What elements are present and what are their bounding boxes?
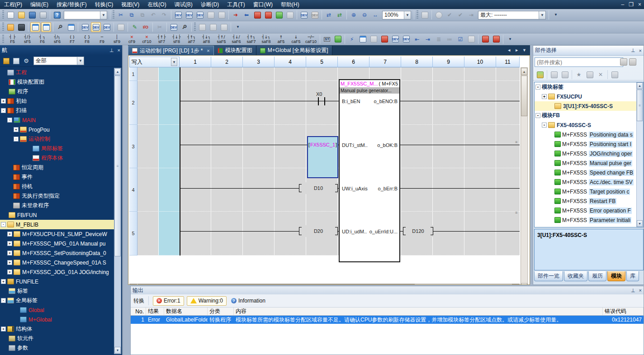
zoom-in-icon[interactable]: ⊕ <box>349 10 359 20</box>
paste-icon[interactable]: ⧉ <box>137 10 147 20</box>
fb-input-pin[interactable]: UD:i_udM.. <box>342 229 367 234</box>
tree-item[interactable]: + M+FX5SSC_SetPositioningData_0 <box>0 248 115 258</box>
collapse-all-icon[interactable] <box>12 57 21 66</box>
tree-item[interactable]: - 扫描 <box>0 106 115 115</box>
expander-icon[interactable]: - <box>1 108 6 113</box>
expander-icon[interactable]: + <box>14 127 19 132</box>
fit-width-icon[interactable]: ↔ <box>370 10 380 20</box>
device-display2-icon[interactable]: DEV <box>91 22 101 32</box>
write-to-plc-icon[interactable]: ➜ <box>231 10 241 20</box>
list-view-icon[interactable]: ≣ <box>434 34 444 44</box>
information-filter-button[interactable]: ? Information <box>229 298 267 304</box>
jump2-icon[interactable]: DEV <box>401 34 411 44</box>
error-filter-button[interactable]: ✕ Error:1 <box>153 296 184 306</box>
tab-module[interactable]: 模块 <box>607 271 625 281</box>
close-panel-icon[interactable]: × <box>639 288 642 293</box>
tab-motion-control[interactable]: 运动控制 [PRG] [LD] 1步 * × <box>128 46 214 55</box>
ladder-symbol-button[interactable]: ↓ caF5 <box>289 34 303 45</box>
fb-list-item[interactable]: M+FX5SS Target position c <box>535 187 643 196</box>
step-run-icon[interactable]: ⇥ <box>466 10 476 20</box>
device-view-icon[interactable]: DEV <box>169 22 179 32</box>
close-panel-icon[interactable]: × <box>118 47 120 53</box>
parts-tree-item[interactable]: - 模块标签 <box>535 82 643 92</box>
fb-list-item[interactable]: M+FX5SS Acc./dec. time SV <box>535 177 643 187</box>
help-icon[interactable]: ? <box>52 10 62 20</box>
expander-icon[interactable]: + <box>1 279 6 284</box>
paste-special-icon[interactable] <box>206 10 216 20</box>
ladder-symbol-button[interactable]: ┤↓/ saF6 <box>229 34 244 45</box>
tree-options-icon[interactable] <box>2 57 11 66</box>
expander-icon[interactable]: + <box>1 327 6 331</box>
parts-tree-item[interactable]: + FX5UCPU <box>535 92 643 101</box>
menu-item[interactable]: 窗口(W) <box>249 0 277 9</box>
tab-history[interactable]: 履历 <box>588 271 606 281</box>
ladder-grid[interactable]: 写入▼ 1234567891011 12345 <box>128 55 530 285</box>
expander-icon[interactable]: - <box>535 113 540 118</box>
tree-item[interactable]: - 运动控制 <box>0 134 115 144</box>
ladder-symbol-button[interactable]: ┤ ├ F5 <box>5 34 20 45</box>
fb-output-pin[interactable]: o_bErr:B <box>378 186 398 191</box>
fb-list-item[interactable]: M+FX5SS Error operation F <box>535 206 643 215</box>
st-box-icon[interactable]: ST <box>322 34 332 44</box>
ladder-symbol-button[interactable]: ─ F9 <box>95 34 109 45</box>
expander-icon[interactable]: + <box>7 251 12 256</box>
parts-tree-item[interactable]: 3[U1]:FX5-40SSC-S <box>535 101 643 111</box>
parts-tree-item[interactable]: - FX5-40SSC-S <box>535 120 643 130</box>
ladder-symbol-button[interactable]: ┤↓┐ aF8 <box>199 34 214 45</box>
open-contact-x0[interactable] <box>318 97 325 105</box>
undo-icon[interactable]: ↶ <box>148 10 158 20</box>
fb-output-pin[interactable]: o_bOK:B <box>377 142 398 148</box>
ladder-symbol-button[interactable]: ┤/┐ sF6 <box>50 34 65 45</box>
toolbar-overflow-icon[interactable]: ▼ <box>551 10 561 20</box>
tab-element-list[interactable]: 部件一览 <box>534 271 563 281</box>
tab-module-configuration[interactable]: 模块配置图 <box>214 46 256 55</box>
find-window-icon[interactable] <box>66 22 76 32</box>
find-device-icon[interactable] <box>252 10 262 20</box>
zoom-out-icon[interactable]: ⊖ <box>360 10 369 20</box>
menu-item[interactable]: 转换(C) <box>91 0 118 9</box>
fb-instance-cell-selected[interactable]: [FX5SSC_1] <box>307 136 338 178</box>
tab-favorites[interactable]: 收藏夹 <box>564 271 587 281</box>
ladder-symbol-button[interactable]: ┤↓├ sF8 <box>169 34 184 45</box>
tree-item[interactable]: 程序 <box>0 87 115 96</box>
ladder-symbol-button[interactable]: ┤↓┐ saF8 <box>259 34 274 45</box>
menu-item[interactable]: 调试(B) <box>170 0 197 9</box>
scroll-down-icon[interactable]: ▼ <box>114 347 121 354</box>
fb-output-pin[interactable]: o_bENO:B <box>374 99 398 104</box>
expander-icon[interactable]: + <box>542 94 547 99</box>
tab-library[interactable]: 库 <box>626 271 639 281</box>
close-panel-icon[interactable]: × <box>639 48 642 53</box>
toolbar2-overflow-icon[interactable]: ▼ <box>233 22 243 32</box>
watch-max-combobox[interactable]: 最大: -------▼ <box>478 11 546 19</box>
device-search-icon[interactable] <box>379 34 389 44</box>
fb-list-item[interactable]: M+FX5SS Manual pulse ger <box>535 158 643 168</box>
edit-mode-icon[interactable]: ✎ <box>130 22 140 32</box>
copy-icon[interactable]: ⧉ <box>127 10 137 20</box>
tree-item[interactable]: 未登录程序 <box>0 201 115 210</box>
expander-icon[interactable]: + <box>1 99 6 104</box>
fb-input-pin[interactable]: DUT:i_stM.. <box>342 142 368 148</box>
expander-icon[interactable]: + <box>7 232 12 237</box>
tree-item[interactable]: 事件 <box>0 172 115 182</box>
fb-input-pin[interactable]: B:i_bEN <box>342 99 360 104</box>
tree-item[interactable]: + ProgPou <box>0 125 115 134</box>
module-param2-icon[interactable] <box>491 34 501 44</box>
inline-st-icon[interactable] <box>333 34 343 44</box>
restore-icon[interactable]: ❐ <box>629 1 634 8</box>
find-icon[interactable]: 🔎︎ <box>55 22 65 32</box>
expander-icon[interactable]: + <box>7 241 12 246</box>
scroll-up-icon[interactable]: ▲ <box>637 82 643 89</box>
tree-item[interactable]: 工程 <box>0 68 115 77</box>
nav-scroll-thumb[interactable]: ≡ <box>114 76 121 256</box>
module-param-icon[interactable] <box>480 34 490 44</box>
io-check-icon[interactable]: I/O <box>141 22 151 32</box>
tree-item[interactable]: 无执行类型指定 <box>0 191 115 201</box>
output-error-row[interactable]: 1 Error GlobalLabelFolder 转换程序 模块标签所需的模块… <box>131 316 644 324</box>
ladder-symbol-button[interactable]: ✕ cF10 <box>139 34 154 45</box>
tree-item[interactable]: M+Global <box>0 315 115 324</box>
tree-item[interactable]: Global <box>0 305 115 315</box>
quick-find-combobox[interactable]: ▼ <box>64 11 107 19</box>
fb-list-item[interactable]: M+FX5SS JOG/inching oper <box>535 149 643 158</box>
note-edit-icon[interactable] <box>369 34 379 44</box>
device-batch-icon[interactable]: DEV <box>195 10 205 20</box>
